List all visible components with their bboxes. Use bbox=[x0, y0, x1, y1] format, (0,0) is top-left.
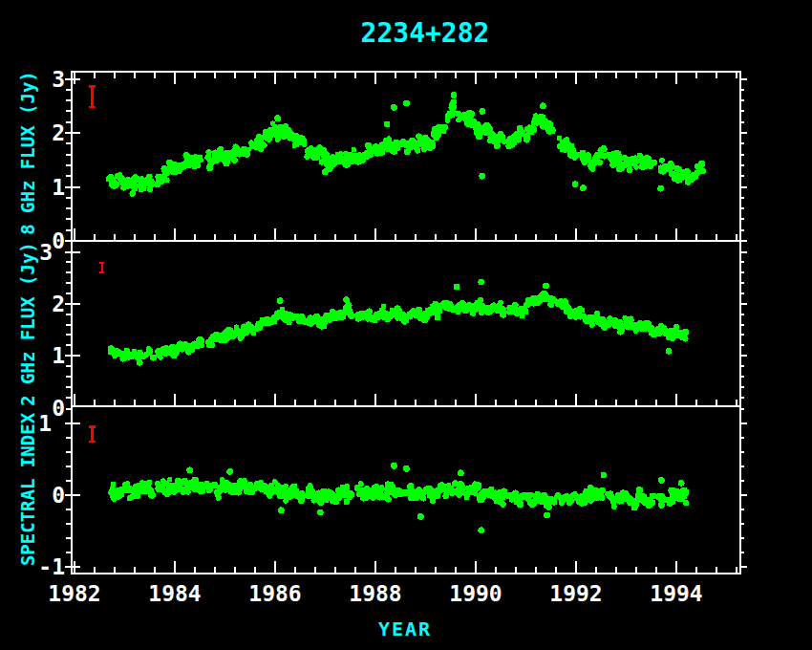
x-tick-label: 1994 bbox=[638, 581, 715, 606]
plot-canvas bbox=[0, 0, 812, 650]
flux-monitoring-page: { "colors": { "background": "#000000", "… bbox=[0, 0, 812, 650]
y-tick-label: 0 bbox=[8, 483, 65, 508]
x-tick-label: 1986 bbox=[237, 581, 313, 606]
y-tick-label: 2 bbox=[8, 292, 65, 316]
x-axis-label: YEAR bbox=[378, 618, 432, 640]
y-tick-label: 1 bbox=[8, 343, 65, 368]
y-axis-label-2ghz: 2 GHz FLUX (Jy) bbox=[17, 242, 38, 406]
x-tick-label: 1988 bbox=[337, 581, 414, 606]
error-bar-spectral-index bbox=[89, 426, 96, 442]
x-tick-label: 1984 bbox=[137, 581, 213, 606]
error-bar-8ghz-flux bbox=[89, 86, 96, 106]
x-tick-label: 1990 bbox=[438, 581, 514, 606]
y-tick-label: 3 bbox=[8, 67, 65, 92]
x-tick-label: 1992 bbox=[538, 581, 614, 606]
y-tick-label: 3 bbox=[0, 240, 53, 265]
y-axis-label-8ghz: 8 GHz FLUX (Jy) bbox=[17, 71, 38, 235]
y-tick-label: -1 bbox=[8, 554, 65, 579]
data-points-2ghz-flux bbox=[108, 279, 690, 366]
error-bar-2ghz-flux bbox=[99, 263, 104, 272]
y-tick-label: 1 bbox=[0, 411, 52, 436]
x-tick-label: 1982 bbox=[36, 581, 113, 606]
y-tick-label: 2 bbox=[8, 120, 65, 145]
y-tick-label: 1 bbox=[8, 175, 65, 200]
data-points-spectral-index bbox=[108, 463, 690, 533]
data-points-8ghz-flux bbox=[106, 92, 707, 197]
